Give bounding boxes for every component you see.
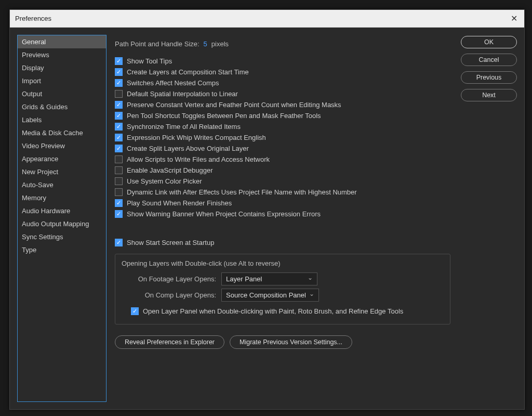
sidebar-item-video-preview[interactable]: Video Preview	[18, 139, 106, 152]
open-layer-panel-label: Open Layer Panel when Double-clicking wi…	[143, 307, 403, 315]
preference-row: ✓Synchronize Time of All Related Items	[115, 121, 450, 132]
preference-checkbox[interactable]	[115, 177, 123, 185]
preference-checkbox[interactable]: ✓	[115, 199, 123, 207]
preference-label: Show Tool Tips	[127, 57, 172, 65]
preference-checkbox[interactable]: ✓	[115, 134, 123, 141]
previous-button[interactable]: Previous	[461, 71, 517, 84]
preference-row: ✓Pen Tool Shortcut Toggles Between Pen a…	[115, 110, 450, 121]
footage-layer-dropdown[interactable]: Layer Panel	[221, 272, 317, 285]
preference-row: ✓Create Layers at Composition Start Time	[115, 67, 450, 77]
preference-label: Play Sound When Render Finishes	[127, 199, 232, 207]
category-sidebar: GeneralPreviewsDisplayImportOutputGrids …	[17, 35, 107, 402]
preference-checkbox[interactable]: ✓	[115, 123, 123, 131]
sidebar-item-labels[interactable]: Labels	[18, 113, 106, 126]
ok-button[interactable]: OK	[461, 36, 517, 48]
content-area: GeneralPreviewsDisplayImportOutputGrids …	[10, 28, 524, 409]
preference-checkbox[interactable]: ✓	[115, 57, 123, 65]
preference-row: ✓Preserve Constant Vertex and Feather Po…	[115, 99, 450, 110]
preference-row: Allow Scripts to Write Files and Access …	[115, 154, 450, 165]
double-click-group: Opening Layers with Double-click (use Al…	[115, 254, 450, 324]
next-button[interactable]: Next	[461, 89, 517, 101]
sidebar-item-general[interactable]: General	[18, 35, 106, 48]
preference-label: Create Split Layers Above Original Layer	[127, 145, 249, 152]
sidebar-item-memory[interactable]: Memory	[18, 191, 106, 204]
preference-label: Show Warning Banner When Project Contain…	[127, 210, 321, 218]
preference-label: Preserve Constant Vertex and Feather Poi…	[127, 101, 341, 109]
path-size-label: Path Point and Handle Size:	[115, 40, 200, 48]
preference-row: ✓Create Split Layers Above Original Laye…	[115, 143, 450, 154]
sidebar-item-output[interactable]: Output	[18, 87, 106, 100]
settings-column: Path Point and Handle Size: 5 pixels ✓Sh…	[115, 35, 450, 402]
preference-checkbox[interactable]: ✓	[115, 68, 123, 76]
sidebar-item-new-project[interactable]: New Project	[18, 165, 106, 178]
comp-layer-row: On Comp Layer Opens: Source Composition …	[122, 289, 444, 302]
sidebar-item-previews[interactable]: Previews	[18, 48, 106, 61]
preference-row: ✓Show Warning Banner When Project Contai…	[115, 209, 450, 219]
preference-label: Create Layers at Composition Start Time	[127, 68, 249, 76]
preference-label: Expression Pick Whip Writes Compact Engl…	[127, 134, 266, 141]
footage-layer-row: On Footage Layer Opens: Layer Panel	[122, 272, 444, 285]
titlebar: Preferences ✕	[10, 10, 524, 28]
cancel-button[interactable]: Cancel	[461, 54, 517, 66]
preference-row: Default Spatial Interpolation to Linear	[115, 88, 450, 99]
preference-row: ✓Expression Pick Whip Writes Compact Eng…	[115, 132, 450, 143]
show-start-screen-label: Show Start Screen at Startup	[127, 239, 214, 246]
sidebar-item-import[interactable]: Import	[18, 74, 106, 87]
preference-row: Use System Color Picker	[115, 176, 450, 187]
main-panel: Path Point and Handle Size: 5 pixels ✓Sh…	[115, 35, 517, 402]
show-start-screen-checkbox[interactable]: ✓	[115, 239, 123, 246]
preference-checkbox[interactable]	[115, 188, 123, 196]
preference-label: Enable JavaScript Debugger	[127, 166, 213, 174]
preference-label: Synchronize Time of All Related Items	[127, 123, 241, 131]
preference-row: ✓Show Tool Tips	[115, 56, 450, 67]
comp-layer-label: On Comp Layer Opens:	[128, 291, 216, 299]
migrate-settings-button[interactable]: Migrate Previous Version Settings...	[230, 335, 352, 349]
preference-checkbox[interactable]: ✓	[115, 79, 123, 87]
preference-row: Enable JavaScript Debugger	[115, 165, 450, 176]
sidebar-item-audio-hardware[interactable]: Audio Hardware	[18, 204, 106, 217]
path-size-unit: pixels	[211, 40, 229, 48]
preference-label: Allow Scripts to Write Files and Access …	[127, 155, 270, 163]
preferences-window: Preferences ✕ GeneralPreviewsDisplayImpo…	[9, 9, 525, 410]
comp-layer-dropdown[interactable]: Source Composition Panel	[221, 289, 319, 302]
preference-label: Use System Color Picker	[127, 177, 202, 185]
bottom-buttons: Reveal Preferences in Explorer Migrate P…	[115, 335, 450, 349]
sidebar-item-sync-settings[interactable]: Sync Settings	[18, 230, 106, 243]
sidebar-item-type[interactable]: Type	[18, 243, 106, 256]
preference-checkbox[interactable]: ✓	[115, 210, 123, 218]
preference-checkbox[interactable]: ✓	[115, 145, 123, 152]
preference-row: ✓Switches Affect Nested Comps	[115, 77, 450, 88]
sidebar-item-display[interactable]: Display	[18, 61, 106, 74]
preference-checkbox[interactable]	[115, 90, 123, 98]
sidebar-item-grids-guides[interactable]: Grids & Guides	[18, 100, 106, 113]
preference-label: Default Spatial Interpolation to Linear	[127, 90, 238, 98]
preference-row: ✓Play Sound When Render Finishes	[115, 198, 450, 209]
open-layer-panel-checkbox[interactable]: ✓	[131, 307, 139, 315]
footage-layer-label: On Footage Layer Opens:	[128, 275, 216, 283]
preference-checkbox[interactable]: ✓	[115, 101, 123, 109]
open-layer-panel-row: ✓ Open Layer Panel when Double-clicking …	[122, 306, 444, 317]
preference-label: Switches Affect Nested Comps	[127, 79, 219, 87]
close-icon[interactable]: ✕	[509, 14, 519, 23]
path-size-input[interactable]: 5	[204, 40, 207, 48]
preference-checkbox[interactable]: ✓	[115, 112, 123, 120]
preference-row: Dynamic Link with After Effects Uses Pro…	[115, 187, 450, 198]
preference-checkbox[interactable]	[115, 155, 123, 163]
dialog-buttons: OK Cancel Previous Next	[461, 35, 517, 402]
path-size-row: Path Point and Handle Size: 5 pixels	[115, 35, 450, 48]
preference-label: Dynamic Link with After Effects Uses Pro…	[127, 188, 357, 196]
reveal-prefs-button[interactable]: Reveal Preferences in Explorer	[115, 335, 224, 349]
sidebar-item-appearance[interactable]: Appearance	[18, 152, 106, 165]
sidebar-item-media-disk-cache[interactable]: Media & Disk Cache	[18, 126, 106, 139]
sidebar-item-auto-save[interactable]: Auto-Save	[18, 178, 106, 191]
sidebar-item-audio-output-mapping[interactable]: Audio Output Mapping	[18, 217, 106, 230]
preference-label: Pen Tool Shortcut Toggles Between Pen an…	[127, 112, 321, 120]
show-start-screen-row: ✓ Show Start Screen at Startup	[115, 237, 450, 248]
preference-checkbox[interactable]	[115, 166, 123, 174]
window-title: Preferences	[15, 15, 51, 22]
double-click-group-title: Opening Layers with Double-click (use Al…	[122, 259, 444, 267]
